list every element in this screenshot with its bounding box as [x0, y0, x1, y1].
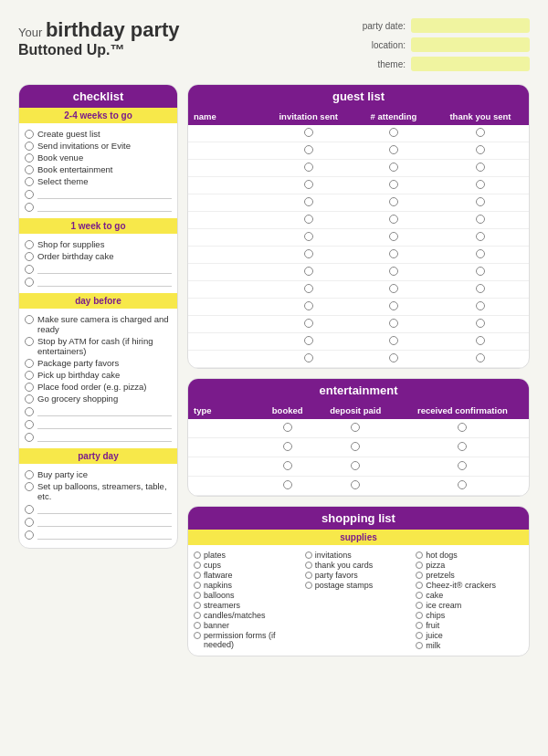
- checkbox[interactable]: [389, 353, 398, 362]
- checkbox[interactable]: [25, 371, 34, 380]
- checkbox[interactable]: [305, 551, 312, 559]
- theme-input[interactable]: [411, 57, 530, 71]
- checkbox[interactable]: [304, 215, 313, 224]
- checkbox[interactable]: [194, 622, 201, 629]
- checkbox[interactable]: [304, 319, 313, 328]
- checkbox[interactable]: [389, 319, 398, 328]
- checkbox[interactable]: [25, 337, 34, 346]
- checkbox[interactable]: [389, 215, 398, 224]
- checkbox[interactable]: [25, 359, 34, 368]
- checkbox[interactable]: [305, 572, 312, 579]
- checkbox[interactable]: [25, 518, 34, 527]
- checkbox[interactable]: [416, 562, 423, 569]
- checkbox[interactable]: [25, 153, 34, 163]
- checkbox[interactable]: [458, 480, 467, 489]
- checkbox[interactable]: [25, 278, 34, 287]
- checkbox[interactable]: [25, 470, 34, 479]
- checkbox[interactable]: [458, 461, 467, 470]
- checkbox[interactable]: [389, 180, 398, 189]
- checkbox[interactable]: [476, 301, 485, 310]
- checkbox[interactable]: [351, 423, 360, 432]
- checkbox[interactable]: [416, 602, 423, 609]
- checkbox[interactable]: [476, 267, 485, 276]
- location-input[interactable]: [411, 37, 530, 52]
- checkbox[interactable]: [194, 592, 201, 599]
- checkbox[interactable]: [194, 572, 201, 579]
- checkbox[interactable]: [389, 232, 398, 241]
- checkbox[interactable]: [25, 252, 34, 261]
- checkbox[interactable]: [305, 582, 312, 589]
- checkbox[interactable]: [389, 336, 398, 345]
- checkbox[interactable]: [416, 612, 423, 619]
- checkbox[interactable]: [304, 267, 313, 276]
- checkbox[interactable]: [476, 163, 485, 172]
- checkbox[interactable]: [351, 461, 360, 470]
- checkbox[interactable]: [283, 442, 292, 451]
- checkbox[interactable]: [283, 461, 292, 470]
- checkbox[interactable]: [304, 163, 313, 172]
- checkbox[interactable]: [194, 632, 201, 639]
- checkbox[interactable]: [476, 215, 485, 224]
- checkbox[interactable]: [304, 232, 313, 241]
- checkbox[interactable]: [416, 592, 423, 599]
- checkbox[interactable]: [416, 632, 423, 639]
- checkbox[interactable]: [194, 582, 201, 589]
- checkbox[interactable]: [25, 530, 34, 540]
- checkbox[interactable]: [476, 180, 485, 189]
- checkbox[interactable]: [416, 642, 423, 649]
- checkbox[interactable]: [283, 480, 292, 489]
- checkbox[interactable]: [194, 612, 201, 619]
- checkbox[interactable]: [476, 197, 485, 206]
- checkbox[interactable]: [476, 249, 485, 258]
- checkbox[interactable]: [476, 319, 485, 328]
- checkbox[interactable]: [476, 128, 485, 137]
- checkbox[interactable]: [351, 480, 360, 489]
- checkbox[interactable]: [389, 163, 398, 172]
- checkbox[interactable]: [25, 407, 34, 416]
- checkbox[interactable]: [389, 249, 398, 258]
- checkbox[interactable]: [416, 572, 423, 579]
- checkbox[interactable]: [305, 562, 312, 569]
- checkbox[interactable]: [458, 423, 467, 432]
- checkbox[interactable]: [25, 190, 34, 199]
- checkbox[interactable]: [25, 203, 34, 212]
- checkbox[interactable]: [389, 128, 398, 137]
- checkbox[interactable]: [304, 336, 313, 345]
- checkbox[interactable]: [304, 249, 313, 258]
- checkbox[interactable]: [389, 145, 398, 154]
- checkbox[interactable]: [416, 622, 423, 629]
- checkbox[interactable]: [304, 128, 313, 137]
- checkbox[interactable]: [283, 423, 292, 432]
- checkbox[interactable]: [25, 315, 34, 324]
- checkbox[interactable]: [389, 301, 398, 310]
- checkbox[interactable]: [476, 145, 485, 154]
- checkbox[interactable]: [476, 284, 485, 293]
- checkbox[interactable]: [476, 336, 485, 345]
- checkbox[interactable]: [351, 442, 360, 451]
- checkbox[interactable]: [25, 165, 34, 174]
- checkbox[interactable]: [25, 142, 34, 151]
- checkbox[interactable]: [25, 482, 34, 491]
- checkbox[interactable]: [458, 442, 467, 451]
- party-date-input[interactable]: [411, 18, 530, 33]
- checkbox[interactable]: [25, 383, 34, 392]
- checkbox[interactable]: [25, 505, 34, 514]
- checkbox[interactable]: [304, 197, 313, 206]
- checkbox[interactable]: [304, 301, 313, 310]
- checkbox[interactable]: [389, 197, 398, 206]
- checkbox[interactable]: [194, 551, 201, 559]
- checkbox[interactable]: [194, 562, 201, 569]
- checkbox[interactable]: [25, 394, 34, 404]
- checkbox[interactable]: [476, 232, 485, 241]
- checkbox[interactable]: [25, 240, 34, 249]
- checkbox[interactable]: [304, 284, 313, 293]
- checkbox[interactable]: [25, 177, 34, 186]
- checkbox[interactable]: [194, 602, 201, 609]
- checkbox[interactable]: [25, 420, 34, 429]
- checkbox[interactable]: [416, 582, 423, 589]
- checkbox[interactable]: [25, 265, 34, 274]
- checkbox[interactable]: [304, 145, 313, 154]
- checkbox[interactable]: [304, 180, 313, 189]
- checkbox[interactable]: [304, 353, 313, 362]
- checkbox[interactable]: [389, 284, 398, 293]
